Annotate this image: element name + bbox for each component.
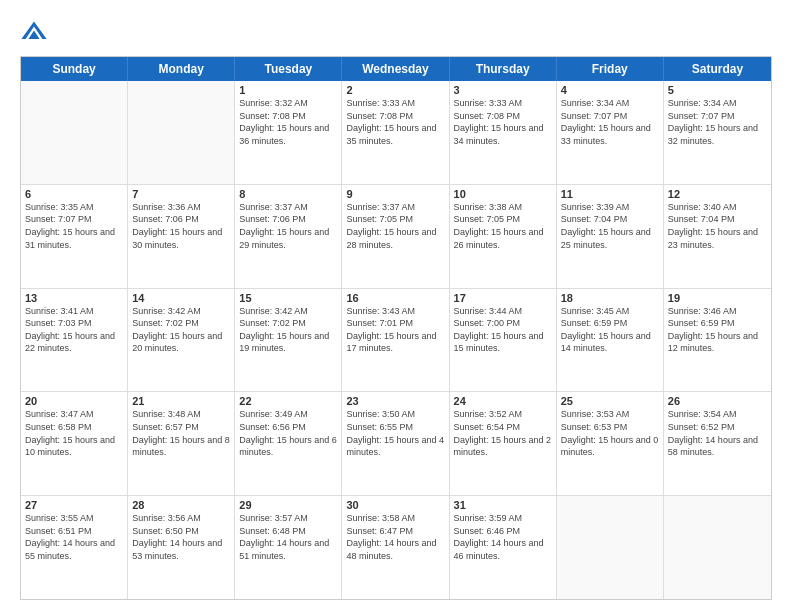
day-info: Sunrise: 3:33 AMSunset: 7:08 PMDaylight:… <box>454 97 552 147</box>
day-info: Sunrise: 3:45 AMSunset: 6:59 PMDaylight:… <box>561 305 659 355</box>
day-number: 22 <box>239 395 337 407</box>
day-cell-20: 20Sunrise: 3:47 AMSunset: 6:58 PMDayligh… <box>21 392 128 495</box>
empty-cell <box>128 81 235 184</box>
day-number: 6 <box>25 188 123 200</box>
day-number: 18 <box>561 292 659 304</box>
calendar: SundayMondayTuesdayWednesdayThursdayFrid… <box>20 56 772 600</box>
day-info: Sunrise: 3:32 AMSunset: 7:08 PMDaylight:… <box>239 97 337 147</box>
day-number: 9 <box>346 188 444 200</box>
day-info: Sunrise: 3:44 AMSunset: 7:00 PMDaylight:… <box>454 305 552 355</box>
day-number: 4 <box>561 84 659 96</box>
calendar-week-5: 27Sunrise: 3:55 AMSunset: 6:51 PMDayligh… <box>21 496 771 599</box>
day-info: Sunrise: 3:40 AMSunset: 7:04 PMDaylight:… <box>668 201 767 251</box>
day-cell-13: 13Sunrise: 3:41 AMSunset: 7:03 PMDayligh… <box>21 289 128 392</box>
day-info: Sunrise: 3:54 AMSunset: 6:52 PMDaylight:… <box>668 408 767 458</box>
day-cell-21: 21Sunrise: 3:48 AMSunset: 6:57 PMDayligh… <box>128 392 235 495</box>
day-cell-9: 9Sunrise: 3:37 AMSunset: 7:05 PMDaylight… <box>342 185 449 288</box>
header-day-tuesday: Tuesday <box>235 57 342 81</box>
day-cell-11: 11Sunrise: 3:39 AMSunset: 7:04 PMDayligh… <box>557 185 664 288</box>
header <box>20 18 772 46</box>
day-info: Sunrise: 3:39 AMSunset: 7:04 PMDaylight:… <box>561 201 659 251</box>
day-info: Sunrise: 3:55 AMSunset: 6:51 PMDaylight:… <box>25 512 123 562</box>
day-info: Sunrise: 3:37 AMSunset: 7:05 PMDaylight:… <box>346 201 444 251</box>
day-info: Sunrise: 3:50 AMSunset: 6:55 PMDaylight:… <box>346 408 444 458</box>
day-cell-27: 27Sunrise: 3:55 AMSunset: 6:51 PMDayligh… <box>21 496 128 599</box>
day-cell-30: 30Sunrise: 3:58 AMSunset: 6:47 PMDayligh… <box>342 496 449 599</box>
day-number: 10 <box>454 188 552 200</box>
day-cell-24: 24Sunrise: 3:52 AMSunset: 6:54 PMDayligh… <box>450 392 557 495</box>
day-number: 20 <box>25 395 123 407</box>
calendar-week-3: 13Sunrise: 3:41 AMSunset: 7:03 PMDayligh… <box>21 289 771 393</box>
day-number: 21 <box>132 395 230 407</box>
day-cell-19: 19Sunrise: 3:46 AMSunset: 6:59 PMDayligh… <box>664 289 771 392</box>
day-info: Sunrise: 3:43 AMSunset: 7:01 PMDaylight:… <box>346 305 444 355</box>
calendar-week-4: 20Sunrise: 3:47 AMSunset: 6:58 PMDayligh… <box>21 392 771 496</box>
day-cell-10: 10Sunrise: 3:38 AMSunset: 7:05 PMDayligh… <box>450 185 557 288</box>
day-info: Sunrise: 3:34 AMSunset: 7:07 PMDaylight:… <box>561 97 659 147</box>
day-number: 2 <box>346 84 444 96</box>
day-info: Sunrise: 3:42 AMSunset: 7:02 PMDaylight:… <box>239 305 337 355</box>
day-info: Sunrise: 3:41 AMSunset: 7:03 PMDaylight:… <box>25 305 123 355</box>
day-number: 12 <box>668 188 767 200</box>
day-cell-4: 4Sunrise: 3:34 AMSunset: 7:07 PMDaylight… <box>557 81 664 184</box>
day-cell-18: 18Sunrise: 3:45 AMSunset: 6:59 PMDayligh… <box>557 289 664 392</box>
day-number: 1 <box>239 84 337 96</box>
empty-cell <box>664 496 771 599</box>
day-info: Sunrise: 3:49 AMSunset: 6:56 PMDaylight:… <box>239 408 337 458</box>
logo-icon <box>20 18 48 46</box>
day-cell-6: 6Sunrise: 3:35 AMSunset: 7:07 PMDaylight… <box>21 185 128 288</box>
day-cell-8: 8Sunrise: 3:37 AMSunset: 7:06 PMDaylight… <box>235 185 342 288</box>
calendar-header: SundayMondayTuesdayWednesdayThursdayFrid… <box>21 57 771 81</box>
day-number: 15 <box>239 292 337 304</box>
page: SundayMondayTuesdayWednesdayThursdayFrid… <box>0 0 792 612</box>
day-number: 19 <box>668 292 767 304</box>
day-info: Sunrise: 3:35 AMSunset: 7:07 PMDaylight:… <box>25 201 123 251</box>
day-info: Sunrise: 3:36 AMSunset: 7:06 PMDaylight:… <box>132 201 230 251</box>
day-number: 23 <box>346 395 444 407</box>
day-number: 26 <box>668 395 767 407</box>
day-cell-29: 29Sunrise: 3:57 AMSunset: 6:48 PMDayligh… <box>235 496 342 599</box>
day-number: 5 <box>668 84 767 96</box>
day-info: Sunrise: 3:59 AMSunset: 6:46 PMDaylight:… <box>454 512 552 562</box>
day-number: 13 <box>25 292 123 304</box>
day-cell-7: 7Sunrise: 3:36 AMSunset: 7:06 PMDaylight… <box>128 185 235 288</box>
empty-cell <box>557 496 664 599</box>
day-cell-17: 17Sunrise: 3:44 AMSunset: 7:00 PMDayligh… <box>450 289 557 392</box>
logo <box>20 18 52 46</box>
calendar-week-2: 6Sunrise: 3:35 AMSunset: 7:07 PMDaylight… <box>21 185 771 289</box>
day-number: 3 <box>454 84 552 96</box>
day-number: 30 <box>346 499 444 511</box>
calendar-body: 1Sunrise: 3:32 AMSunset: 7:08 PMDaylight… <box>21 81 771 599</box>
day-info: Sunrise: 3:47 AMSunset: 6:58 PMDaylight:… <box>25 408 123 458</box>
day-cell-16: 16Sunrise: 3:43 AMSunset: 7:01 PMDayligh… <box>342 289 449 392</box>
day-info: Sunrise: 3:42 AMSunset: 7:02 PMDaylight:… <box>132 305 230 355</box>
header-day-wednesday: Wednesday <box>342 57 449 81</box>
day-number: 28 <box>132 499 230 511</box>
calendar-week-1: 1Sunrise: 3:32 AMSunset: 7:08 PMDaylight… <box>21 81 771 185</box>
day-number: 7 <box>132 188 230 200</box>
day-info: Sunrise: 3:34 AMSunset: 7:07 PMDaylight:… <box>668 97 767 147</box>
day-cell-12: 12Sunrise: 3:40 AMSunset: 7:04 PMDayligh… <box>664 185 771 288</box>
day-number: 16 <box>346 292 444 304</box>
day-number: 14 <box>132 292 230 304</box>
header-day-monday: Monday <box>128 57 235 81</box>
day-cell-26: 26Sunrise: 3:54 AMSunset: 6:52 PMDayligh… <box>664 392 771 495</box>
day-cell-15: 15Sunrise: 3:42 AMSunset: 7:02 PMDayligh… <box>235 289 342 392</box>
header-day-friday: Friday <box>557 57 664 81</box>
day-number: 31 <box>454 499 552 511</box>
day-cell-5: 5Sunrise: 3:34 AMSunset: 7:07 PMDaylight… <box>664 81 771 184</box>
header-day-thursday: Thursday <box>450 57 557 81</box>
day-cell-1: 1Sunrise: 3:32 AMSunset: 7:08 PMDaylight… <box>235 81 342 184</box>
day-info: Sunrise: 3:52 AMSunset: 6:54 PMDaylight:… <box>454 408 552 458</box>
day-number: 27 <box>25 499 123 511</box>
day-cell-31: 31Sunrise: 3:59 AMSunset: 6:46 PMDayligh… <box>450 496 557 599</box>
day-info: Sunrise: 3:33 AMSunset: 7:08 PMDaylight:… <box>346 97 444 147</box>
day-cell-14: 14Sunrise: 3:42 AMSunset: 7:02 PMDayligh… <box>128 289 235 392</box>
day-info: Sunrise: 3:56 AMSunset: 6:50 PMDaylight:… <box>132 512 230 562</box>
day-number: 24 <box>454 395 552 407</box>
empty-cell <box>21 81 128 184</box>
day-info: Sunrise: 3:48 AMSunset: 6:57 PMDaylight:… <box>132 408 230 458</box>
header-day-saturday: Saturday <box>664 57 771 81</box>
day-info: Sunrise: 3:58 AMSunset: 6:47 PMDaylight:… <box>346 512 444 562</box>
day-cell-23: 23Sunrise: 3:50 AMSunset: 6:55 PMDayligh… <box>342 392 449 495</box>
